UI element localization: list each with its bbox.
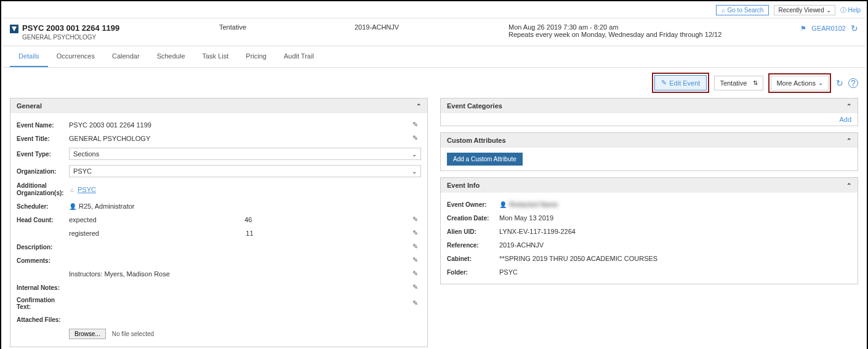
tab-audit-trail[interactable]: Audit Trail — [275, 46, 323, 67]
edit-icon[interactable]: ✎ — [412, 229, 421, 238]
registered-label: registered — [69, 230, 99, 237]
event-name-label: Event Name: — [17, 122, 69, 129]
highlight-more-actions: More Actions ⌄ — [768, 73, 831, 93]
status-select-label: Tentative — [720, 79, 747, 87]
panel-categories-header[interactable]: Event Categories ⌃ — [441, 98, 858, 113]
folder-value: PSYC — [499, 268, 851, 276]
edit-icon[interactable]: ✎ — [412, 299, 421, 308]
edit-icon: ✎ — [661, 79, 667, 87]
chevron-down-icon: ⌄ — [412, 151, 417, 158]
help-link[interactable]: ⓘ Help — [840, 6, 861, 15]
cabinet-value: **SPRING 2019 THRU 2050 ACADEMIC COURSES — [499, 255, 851, 262]
event-type-select[interactable]: Sections⌄ — [69, 148, 421, 160]
chevron-up-icon: ⌃ — [846, 182, 851, 189]
go-to-search-label: Go to Search — [728, 7, 764, 14]
page-subtitle: GENERAL PSYCHOLOGY — [22, 34, 219, 41]
chevron-up-icon: ⌃ — [846, 103, 851, 110]
panel-custom-attributes-title: Custom Attributes — [447, 137, 506, 144]
location-flag-icon: ⚑ — [800, 25, 806, 33]
comments-label: Comments: — [17, 257, 69, 264]
chevron-up-icon: ⌃ — [416, 103, 421, 110]
tab-details[interactable]: Details — [10, 46, 48, 67]
description-label: Description: — [17, 244, 69, 251]
edit-icon[interactable]: ✎ — [412, 134, 421, 143]
header-status: Tentative — [219, 23, 355, 31]
refresh-button-toolbar[interactable]: ↻ — [836, 78, 843, 88]
header-reference: 2019-ACHNJV — [355, 23, 508, 31]
chevron-up-icon: ⌃ — [846, 137, 851, 144]
chevron-down-icon: ⌄ — [826, 7, 831, 14]
highlight-edit: ✎ Edit Event — [652, 73, 709, 93]
edit-icon[interactable]: ✎ — [412, 121, 421, 129]
help-icon: ⓘ — [840, 6, 846, 15]
edit-icon[interactable]: ✎ — [412, 283, 421, 292]
additional-org-label: Additional Organization(s): — [17, 182, 69, 197]
person-icon: 👤 — [69, 203, 76, 210]
expected-value: 46 — [244, 216, 252, 223]
panel-general-header[interactable]: General ⌃ — [10, 98, 427, 113]
tabs: Details Occurrences Calendar Schedule Ta… — [2, 46, 866, 68]
tab-schedule[interactable]: Schedule — [148, 46, 194, 67]
event-owner-label: Event Owner: — [447, 201, 499, 208]
additional-org-link[interactable]: PSYC — [78, 186, 96, 193]
panel-categories-title: Event Categories — [447, 102, 502, 110]
event-type-label: Event Type: — [17, 151, 69, 158]
edit-icon[interactable]: ✎ — [412, 270, 421, 278]
chevron-down-icon: ⌄ — [412, 168, 417, 175]
alien-uid-label: Alien UID: — [447, 228, 499, 235]
panel-event-info-header[interactable]: Event Info ⌃ — [441, 178, 858, 193]
help-label: Help — [848, 7, 861, 14]
recently-viewed-label: Recently Viewed — [778, 7, 824, 14]
internal-notes-label: Internal Notes: — [17, 284, 69, 291]
registered-value: 11 — [246, 230, 253, 237]
updown-icon: ⇅ — [753, 79, 758, 86]
header-repeats: Repeats every week on Monday, Wednesday … — [508, 31, 800, 38]
panel-general-title: General — [17, 102, 42, 110]
tab-occurrences[interactable]: Occurrences — [48, 46, 103, 67]
head-count-label: Head Count: — [17, 217, 69, 223]
help-icon-toolbar[interactable]: ? — [848, 78, 858, 88]
org-icon: ⛬ — [69, 187, 75, 193]
refresh-button[interactable]: ↻ — [851, 23, 858, 33]
edit-icon[interactable]: ✎ — [412, 243, 421, 251]
chevron-down-icon: ⌄ — [818, 79, 823, 86]
tab-pricing[interactable]: Pricing — [237, 46, 275, 67]
no-file-label: No file selected — [112, 331, 154, 337]
expected-label: expected — [69, 216, 97, 223]
alien-uid-value: LYNX-EV-117-1199-2264 — [499, 228, 851, 235]
recently-viewed-dropdown[interactable]: Recently Viewed ⌄ — [774, 5, 835, 15]
edit-icon[interactable]: ✎ — [412, 256, 421, 265]
header-time: Mon Aug 26 2019 7:30 am - 8:20 am — [508, 23, 800, 31]
attached-files-label: Attached Files: — [17, 316, 69, 323]
more-actions-dropdown[interactable]: More Actions ⌄ — [771, 76, 829, 90]
edit-event-label: Edit Event — [669, 79, 700, 87]
organization-label: Organization: — [17, 168, 69, 175]
reference-label: Reference: — [447, 242, 499, 249]
person-icon: 👤 — [499, 201, 507, 208]
reference-value: 2019-ACHNJV — [499, 241, 851, 249]
add-custom-attribute-button[interactable]: Add a Custom Attribute — [447, 153, 523, 166]
confirmation-text-label: Confirmation Text: — [17, 297, 69, 310]
event-title-value: GENERAL PSYCHOLOGY — [69, 135, 150, 142]
event-name-value: PSYC 2003 001 2264 1199 — [69, 121, 151, 129]
edit-icon[interactable]: ✎ — [412, 215, 421, 224]
organization-select[interactable]: PSYC⌄ — [69, 165, 421, 177]
creation-date-label: Creation Date: — [447, 215, 499, 222]
event-owner-value: Redacted Name — [509, 201, 558, 208]
page-title: PSYC 2003 001 2264 1199 — [22, 23, 219, 33]
location-link[interactable]: GEAR0102 — [811, 25, 846, 32]
panel-event-info-title: Event Info — [447, 182, 480, 189]
folder-label: Folder: — [447, 269, 499, 276]
panel-custom-attributes-header[interactable]: Custom Attributes ⌃ — [441, 133, 858, 148]
go-to-search-button[interactable]: ⌕ Go to Search — [716, 5, 770, 15]
cabinet-label: Cabinet: — [447, 255, 499, 262]
status-select[interactable]: Tentative ⇅ — [714, 76, 763, 90]
add-category-link[interactable]: Add — [441, 113, 858, 126]
more-actions-label: More Actions — [776, 79, 816, 87]
tab-calendar[interactable]: Calendar — [103, 46, 148, 67]
edit-event-button[interactable]: ✎ Edit Event — [654, 75, 707, 90]
browse-button[interactable]: Browse... — [69, 329, 106, 339]
tab-task-list[interactable]: Task List — [194, 46, 238, 67]
scheduler-value: R25, Administrator — [79, 203, 134, 210]
comments-value: Instructors: Myers, Madison Rose — [69, 270, 170, 278]
